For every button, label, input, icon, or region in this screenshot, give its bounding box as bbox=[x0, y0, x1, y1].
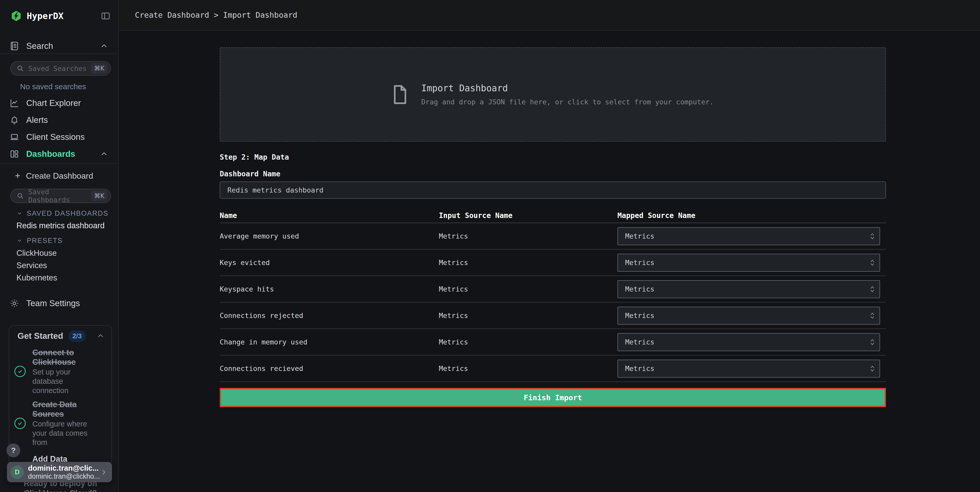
mapped-source-select[interactable]: Metrics bbox=[617, 360, 880, 377]
sidebar: HyperDX Search bbox=[0, 0, 119, 492]
promo-line: ClickHouse Cloud? bbox=[9, 489, 112, 492]
main-area: Create Dashboard > Import Dashboard Impo… bbox=[119, 0, 980, 492]
mapped-source-select[interactable]: Metrics bbox=[617, 280, 880, 298]
sidebar-item-client-sessions[interactable]: Client Sessions bbox=[0, 129, 118, 145]
select-chevrons-icon bbox=[870, 312, 875, 320]
mapped-source-select[interactable]: Metrics bbox=[617, 254, 880, 272]
mapped-source-select[interactable]: Metrics bbox=[617, 333, 880, 351]
user-display-name: dominic.tran@clic... bbox=[28, 464, 100, 473]
saved-dashboards-heading[interactable]: SAVED DASHBOARDS bbox=[0, 209, 118, 218]
saved-dashboards-placeholder: Saved Dashboards bbox=[28, 188, 91, 204]
top-header: Create Dashboard > Import Dashboard bbox=[119, 0, 980, 30]
select-chevrons-icon bbox=[870, 259, 875, 267]
saved-searches-placeholder: Saved Searches bbox=[28, 65, 91, 73]
sidebar-section-search[interactable]: Search bbox=[0, 38, 118, 54]
sidebar-collapse-icon[interactable] bbox=[100, 10, 111, 22]
table-row: Keys evicted Metrics Metrics bbox=[220, 250, 886, 276]
check-circle-icon bbox=[14, 366, 26, 377]
input-source-cell: Metrics bbox=[439, 259, 617, 267]
input-source-cell: Metrics bbox=[439, 312, 617, 320]
search-section-label: Search bbox=[26, 41, 100, 51]
select-chevrons-icon bbox=[870, 338, 875, 346]
import-panel: Import Dashboard Drag and drop a JSON fi… bbox=[220, 47, 886, 407]
chevron-up-icon bbox=[100, 42, 108, 50]
table-row: Connections rejected Metrics Metrics bbox=[220, 303, 886, 329]
help-button[interactable]: ? bbox=[6, 443, 20, 457]
gear-icon bbox=[9, 298, 19, 309]
preset-item-services[interactable]: Services bbox=[0, 260, 118, 272]
input-source-cell: Metrics bbox=[439, 365, 617, 373]
metric-name-cell: Connections recieved bbox=[220, 365, 439, 373]
metric-name-cell: Connections rejected bbox=[220, 312, 439, 320]
sidebar-item-label: Chart Explorer bbox=[26, 98, 108, 108]
sidebar-item-dashboards[interactable]: Dashboards bbox=[0, 145, 118, 162]
mapped-source-select[interactable]: Metrics bbox=[617, 307, 880, 325]
divider bbox=[0, 164, 118, 164]
mapped-source-select[interactable]: Metrics bbox=[617, 227, 880, 245]
dropzone-title: Import Dashboard bbox=[422, 83, 714, 93]
finish-import-button[interactable]: Finish Import bbox=[220, 388, 886, 407]
sidebar-item-team-settings[interactable]: Team Settings bbox=[0, 295, 118, 312]
preset-item-clickhouse[interactable]: ClickHouse bbox=[0, 247, 118, 260]
sidebar-item-label: Dashboards bbox=[26, 149, 100, 159]
column-header: Name bbox=[220, 211, 439, 220]
hyperdx-logo-icon[interactable] bbox=[10, 10, 22, 22]
bell-icon bbox=[9, 115, 19, 125]
file-icon bbox=[392, 84, 408, 106]
select-chevrons-icon bbox=[870, 232, 875, 240]
json-dropzone[interactable]: Import Dashboard Drag and drop a JSON fi… bbox=[220, 47, 886, 142]
select-chevrons-icon bbox=[870, 365, 875, 373]
chevron-up-icon bbox=[100, 150, 108, 158]
step-description: Configure where your data comes from bbox=[32, 419, 94, 447]
dashboard-name-input[interactable] bbox=[220, 182, 886, 199]
table-row: Change in memory used Metrics Metrics bbox=[220, 329, 886, 355]
input-source-cell: Metrics bbox=[439, 285, 617, 293]
dropzone-subtitle: Drag and drop a JSON file here, or click… bbox=[422, 98, 714, 106]
chevron-right-icon bbox=[100, 468, 107, 476]
sidebar-item-label: Alerts bbox=[26, 115, 108, 125]
team-settings-label: Team Settings bbox=[26, 298, 108, 308]
sidebar-item-chart-explorer[interactable]: Chart Explorer bbox=[0, 95, 118, 111]
check-circle-icon bbox=[14, 418, 26, 429]
app-root: HyperDX Search bbox=[0, 0, 980, 492]
sidebar-item-alerts[interactable]: Alerts bbox=[0, 111, 118, 129]
progress-badge: 2/3 bbox=[68, 330, 86, 342]
step-heading: Step 2: Map Data bbox=[220, 153, 886, 161]
select-chevrons-icon bbox=[870, 285, 875, 293]
saved-searches-input[interactable]: Saved Searches ⌘K bbox=[10, 61, 111, 76]
metric-name-cell: Keyspace hits bbox=[220, 285, 439, 293]
saved-dashboard-item[interactable]: Redis metrics dashboard bbox=[0, 220, 118, 232]
create-dashboard-button[interactable]: + Create Dashboard bbox=[0, 168, 118, 183]
chevron-down-icon bbox=[16, 237, 22, 244]
preset-item-kubernetes[interactable]: Kubernetes bbox=[0, 272, 118, 284]
saved-dashboards-input[interactable]: Saved Dashboards ⌘K bbox=[10, 189, 111, 203]
get-started-step-sources[interactable]: Create Data Sources Configure where your… bbox=[9, 400, 111, 447]
plus-icon: + bbox=[15, 170, 20, 181]
shortcut-badge: ⌘K bbox=[91, 63, 107, 73]
get-started-step-connect[interactable]: Connect to ClickHouse Set up your databa… bbox=[9, 348, 111, 395]
input-source-cell: Metrics bbox=[439, 232, 617, 240]
create-dashboard-label: Create Dashboard bbox=[26, 171, 93, 181]
dashboard-name-label: Dashboard Name bbox=[220, 170, 886, 178]
chevron-up-icon bbox=[97, 332, 104, 340]
metric-name-cell: Keys evicted bbox=[220, 259, 439, 267]
get-started-title: Get Started bbox=[18, 331, 63, 341]
get-started-card: Get Started 2/3 Connect to ClickHouse Se… bbox=[9, 325, 112, 466]
logo-row: HyperDX bbox=[10, 9, 111, 23]
get-started-header[interactable]: Get Started 2/3 bbox=[18, 330, 104, 342]
journal-icon bbox=[9, 41, 19, 51]
no-saved-searches-text: No saved searches bbox=[0, 82, 118, 91]
presets-heading[interactable]: PRESETS bbox=[0, 236, 118, 245]
step-title: Connect to ClickHouse bbox=[32, 348, 94, 367]
table-row: Average memory used Metrics Metrics bbox=[220, 223, 886, 250]
table-header-row: Name Input Source Name Mapped Source Nam… bbox=[220, 208, 886, 223]
avatar: D bbox=[11, 465, 24, 479]
step-description: Set up your database connection bbox=[32, 367, 94, 395]
chevron-down-icon bbox=[16, 210, 22, 217]
column-header: Input Source Name bbox=[439, 211, 617, 220]
search-icon bbox=[16, 65, 24, 72]
dashboard-grid-icon bbox=[9, 149, 19, 159]
shortcut-badge: ⌘K bbox=[91, 191, 107, 201]
table-row: Connections recieved Metrics Metrics bbox=[220, 355, 886, 382]
user-menu[interactable]: D dominic.tran@clic... dominic.tran@clic… bbox=[7, 462, 112, 482]
